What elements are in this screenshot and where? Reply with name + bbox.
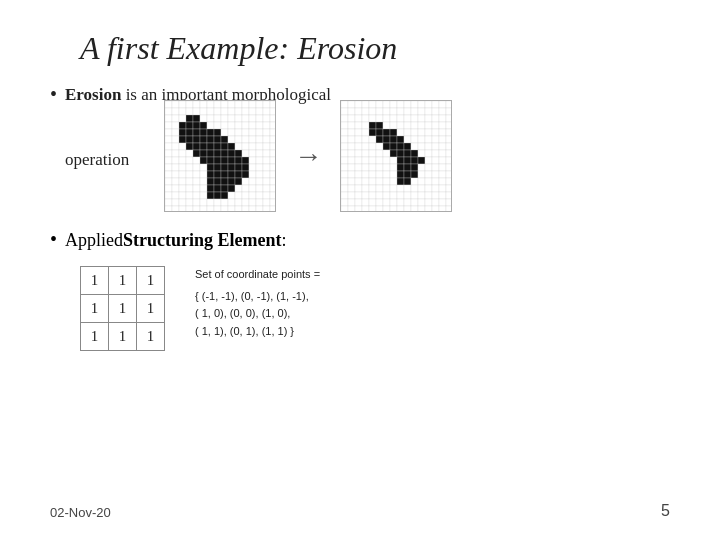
coordinate-text: Set of coordinate points = { (-1, -1), (…: [195, 266, 320, 340]
se-cell-10: 1: [81, 295, 109, 323]
slide-title: A first Example: Erosion: [80, 30, 670, 67]
arrow-icon: →: [294, 140, 322, 172]
bullet-dot-2: •: [50, 228, 57, 251]
se-cell-02: 1: [137, 267, 165, 295]
bullet-1: • Erosion is an important morphological …: [50, 85, 670, 212]
operation-word: operation: [65, 150, 129, 170]
erosion-images: →: [164, 100, 452, 212]
colon-suffix: :: [282, 230, 287, 251]
se-row-1: 1 1 1: [81, 267, 165, 295]
applied-text: Applied: [65, 230, 123, 251]
title-text: A first Example: Erosion: [80, 30, 397, 66]
structuring-element-text: Structuring Element: [123, 230, 281, 251]
se-cell-22: 1: [137, 323, 165, 351]
footer: 02-Nov-20 5: [50, 497, 670, 520]
se-cell-12: 1: [137, 295, 165, 323]
se-cell-20: 1: [81, 323, 109, 351]
se-cell-00: 1: [81, 267, 109, 295]
se-cell-21: 1: [109, 323, 137, 351]
se-row-2: 1 1 1: [81, 295, 165, 323]
bullet-2: • Applied Structuring Element :: [50, 230, 670, 251]
erosion-word: Erosion: [65, 85, 121, 104]
coord-title: Set of coordinate points =: [195, 266, 320, 284]
bullet-1-content: Erosion is an important morphological op…: [65, 85, 670, 212]
se-cell-01: 1: [109, 267, 137, 295]
se-cell-11: 1: [109, 295, 137, 323]
se-table: 1 1 1 1 1 1 1 1 1: [80, 266, 165, 351]
structuring-section: 1 1 1 1 1 1 1 1 1 Set of coordinate poin…: [80, 266, 670, 351]
footer-page: 5: [661, 502, 670, 520]
footer-date: 02-Nov-20: [50, 505, 111, 520]
coord-line2: ( 1, 0), (0, 0), (1, 0),: [195, 305, 320, 323]
coord-line3: ( 1, 1), (0, 1), (1, 1) }: [195, 323, 320, 341]
se-row-3: 1 1 1: [81, 323, 165, 351]
bullet-dot-1: •: [50, 83, 57, 106]
after-image: [340, 100, 452, 212]
coord-line1: { (-1, -1), (0, -1), (1, -1),: [195, 288, 320, 306]
before-image: [164, 100, 276, 212]
